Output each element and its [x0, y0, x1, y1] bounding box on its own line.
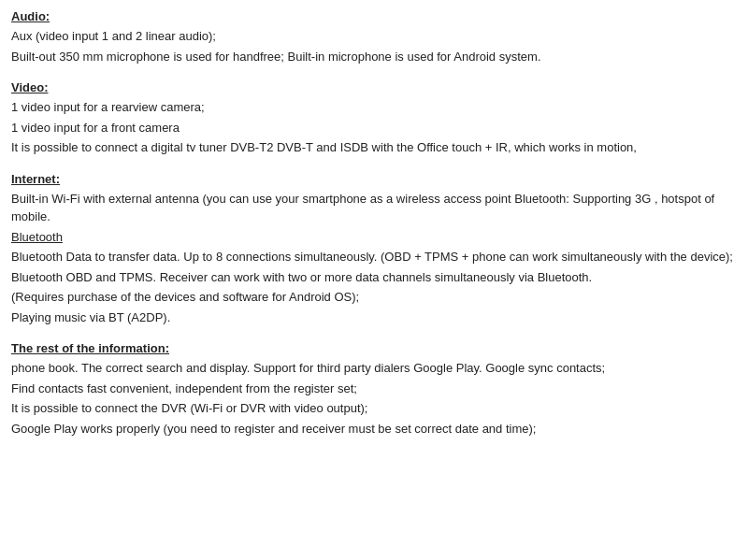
- rest-line-4: Google Play works properly (you need to …: [11, 420, 737, 438]
- bluetooth-line-4: Playing music via BT (A2DP).: [11, 309, 737, 327]
- internet-section: Internet: Built-in Wi-Fi with external a…: [11, 172, 737, 327]
- video-section: Video: 1 video input for a rearview came…: [11, 80, 737, 157]
- internet-content: Built-in Wi-Fi with external antenna (yo…: [11, 190, 737, 327]
- video-line-2: 1 video input for a front camera: [11, 119, 737, 137]
- rest-section: The rest of the information: phone book.…: [11, 341, 737, 438]
- video-content: 1 video input for a rearview camera; 1 v…: [11, 98, 737, 157]
- rest-heading: The rest of the information:: [11, 341, 737, 355]
- bluetooth-line-3: (Requires purchase of the devices and so…: [11, 288, 737, 307]
- bluetooth-line-1: Bluetooth Data to transfer data. Up to 8…: [11, 248, 737, 266]
- audio-heading: Audio:: [11, 9, 737, 23]
- video-line-3: It is possible to connect a digital tv t…: [11, 138, 737, 157]
- video-heading: Video:: [11, 80, 737, 94]
- rest-line-1: phone book. The correct search and displ…: [11, 359, 737, 378]
- internet-heading: Internet:: [11, 172, 737, 186]
- audio-section: Audio: Aux (video input 1 and 2 linear a…: [11, 9, 737, 65]
- rest-line-3: It is possible to connect the DVR (Wi-Fi…: [11, 399, 737, 418]
- audio-line-2: Built-out 350 mm microphone is used for …: [11, 48, 737, 66]
- page-content: Audio: Aux (video input 1 and 2 linear a…: [11, 9, 737, 438]
- video-line-1: 1 video input for a rearview camera;: [11, 98, 737, 117]
- rest-content: phone book. The correct search and displ…: [11, 359, 737, 438]
- audio-line-1: Aux (video input 1 and 2 linear audio);: [11, 27, 737, 46]
- bluetooth-label: Bluetooth: [11, 228, 737, 247]
- bluetooth-line-2: Bluetooth OBD and TPMS. Receiver can wor…: [11, 268, 737, 287]
- internet-line-1: Built-in Wi-Fi with external antenna (yo…: [11, 190, 737, 226]
- audio-content: Aux (video input 1 and 2 linear audio); …: [11, 27, 737, 65]
- rest-line-2: Find contacts fast convenient, independe…: [11, 380, 737, 398]
